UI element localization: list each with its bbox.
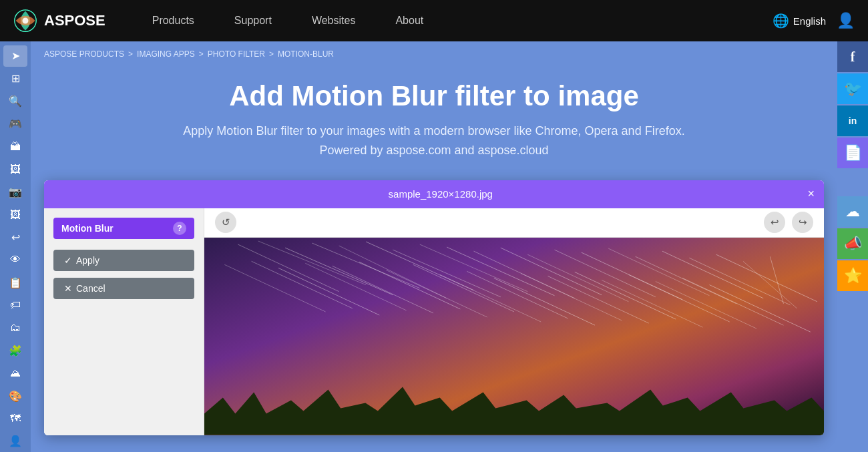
cloud-button[interactable]: ☁ bbox=[837, 196, 868, 227]
svg-line-18 bbox=[413, 264, 514, 312]
viewer-toolbar: ↺ ↩ ↪ bbox=[204, 208, 824, 238]
svg-line-33 bbox=[602, 280, 702, 327]
svg-line-36 bbox=[716, 254, 817, 302]
svg-line-3 bbox=[258, 241, 366, 285]
nav-products[interactable]: Products bbox=[132, 0, 214, 41]
apply-button[interactable]: ✓ Apply bbox=[53, 250, 194, 271]
breadcrumb-motion-blur[interactable]: MOTION-BLUR bbox=[278, 49, 334, 59]
left-sidebar: ➤ ⊞ 🔍 🎮 🏔 🖼 📷 🖼 ↩ 👁 📋 🏷 🗂 🧩 ⛰ 🎨 🗺 👤 bbox=[0, 41, 31, 452]
language-selector[interactable]: 🌐 English bbox=[773, 13, 826, 29]
hero-section: Add Motion Blur filter to image Apply Mo… bbox=[31, 67, 837, 180]
language-label: English bbox=[793, 15, 826, 27]
svg-line-39 bbox=[656, 281, 756, 328]
filter-title-bar: Motion Blur ? bbox=[53, 218, 194, 239]
logo-text: ASPOSE bbox=[44, 12, 105, 29]
app-close-button[interactable]: × bbox=[807, 187, 815, 201]
navbar-links: Products Support Websites About bbox=[132, 0, 773, 41]
sidebar-puzzle-icon[interactable]: 🧩 bbox=[3, 340, 27, 361]
cancel-label: Cancel bbox=[76, 283, 105, 294]
sidebar-frame-icon[interactable]: 🖼 bbox=[3, 204, 27, 226]
main-content: ASPOSE PRODUCTS > IMAGING APPS > PHOTO F… bbox=[31, 41, 837, 452]
right-sidebar: f 🐦 in 📄 ☁ 📣 ⭐ bbox=[837, 41, 868, 452]
refresh-button[interactable]: ↺ bbox=[215, 212, 236, 233]
sidebar-mountain-icon[interactable]: ⛰ bbox=[3, 363, 27, 384]
announce-icon: 📣 bbox=[844, 235, 862, 252]
redo-button[interactable]: ↪ bbox=[792, 212, 813, 233]
sidebar-image-icon[interactable]: 🖼 bbox=[3, 159, 27, 180]
facebook-share-button[interactable]: f bbox=[837, 41, 868, 72]
cancel-button[interactable]: ✕ Cancel bbox=[53, 278, 194, 299]
app-header: sample_1920×1280.jpg × bbox=[44, 180, 824, 208]
svg-line-4 bbox=[285, 248, 393, 295]
redo-icon: ↪ bbox=[799, 216, 807, 228]
svg-line-35 bbox=[689, 258, 790, 305]
sidebar-grid-icon[interactable]: ⊞ bbox=[3, 68, 27, 89]
breadcrumb-sep-2: > bbox=[199, 49, 204, 59]
file-share-button[interactable]: 📄 bbox=[837, 138, 868, 168]
breadcrumb-photo-filter[interactable]: PHOTO FILTER bbox=[208, 49, 265, 59]
svg-line-34 bbox=[628, 274, 729, 322]
image-viewer: ↺ ↩ ↪ bbox=[204, 208, 824, 435]
svg-line-13 bbox=[278, 268, 379, 315]
twitter-icon: 🐦 bbox=[844, 80, 862, 97]
svg-line-9 bbox=[420, 244, 527, 292]
breadcrumb-aspose-products[interactable]: ASPOSE PRODUCTS bbox=[44, 49, 124, 59]
navbar-right: 🌐 English 👤 bbox=[773, 12, 855, 29]
twitter-share-button[interactable]: 🐦 bbox=[837, 73, 868, 104]
sidebar-filter-icon[interactable]: 🎨 bbox=[3, 385, 27, 407]
apply-label: Apply bbox=[76, 255, 99, 266]
svg-line-14 bbox=[305, 263, 406, 310]
sidebar-list-icon[interactable]: 📋 bbox=[3, 272, 27, 293]
sidebar-eye-icon[interactable]: 👁 bbox=[3, 249, 27, 270]
svg-line-30 bbox=[521, 273, 622, 320]
svg-line-10 bbox=[447, 247, 554, 296]
linkedin-icon: in bbox=[849, 116, 857, 126]
apply-check-icon: ✓ bbox=[64, 255, 72, 266]
hero-subtitle-text: Apply Motion Blur filter to your images … bbox=[183, 124, 684, 138]
app-filename: sample_1920×1280.jpg bbox=[73, 188, 807, 200]
sidebar-gamepad-icon[interactable]: 🎮 bbox=[3, 114, 27, 135]
svg-line-8 bbox=[393, 250, 500, 297]
undo-button[interactable]: ↩ bbox=[764, 212, 785, 233]
svg-line-26 bbox=[662, 251, 763, 298]
svg-line-22 bbox=[555, 250, 656, 297]
nav-about[interactable]: About bbox=[375, 0, 443, 41]
breadcrumb-sep-1: > bbox=[128, 49, 133, 59]
nav-websites[interactable]: Websites bbox=[292, 0, 376, 41]
announce-button[interactable]: 📣 bbox=[837, 228, 868, 259]
svg-line-11 bbox=[224, 264, 325, 312]
breadcrumb-imaging-apps[interactable]: IMAGING APPS bbox=[137, 49, 195, 59]
sidebar-search-icon[interactable]: 🔍 bbox=[3, 91, 27, 112]
sidebar-tag-icon[interactable]: 🏷 bbox=[3, 294, 27, 316]
file-share-icon: 📄 bbox=[844, 144, 862, 162]
nav-support[interactable]: Support bbox=[214, 0, 292, 41]
cloud-icon: ☁ bbox=[845, 203, 860, 220]
cancel-x-icon: ✕ bbox=[64, 283, 72, 294]
filter-help-button[interactable]: ? bbox=[173, 222, 186, 235]
sidebar-arrow-icon[interactable]: ➤ bbox=[3, 45, 27, 67]
sidebar-undo-icon[interactable]: ↩ bbox=[3, 227, 27, 248]
undo-icon: ↩ bbox=[771, 216, 779, 228]
svg-line-21 bbox=[527, 254, 628, 302]
svg-line-40 bbox=[682, 278, 783, 325]
filter-title: Motion Blur bbox=[61, 223, 114, 234]
sidebar-person-icon[interactable]: 👤 bbox=[3, 431, 27, 452]
breadcrumb: ASPOSE PRODUCTS > IMAGING APPS > PHOTO F… bbox=[31, 41, 837, 67]
globe-icon: 🌐 bbox=[773, 13, 789, 29]
facebook-icon: f bbox=[851, 49, 855, 65]
user-icon[interactable]: 👤 bbox=[837, 12, 855, 29]
svg-point-1 bbox=[23, 18, 29, 24]
svg-line-27 bbox=[440, 274, 541, 322]
svg-line-17 bbox=[386, 270, 487, 317]
linkedin-share-button[interactable]: in bbox=[837, 105, 868, 136]
star-button[interactable]: ⭐ bbox=[837, 260, 868, 291]
sidebar-landscape-icon[interactable]: 🏔 bbox=[3, 136, 27, 158]
sidebar-gallery-icon[interactable]: 🗂 bbox=[3, 317, 27, 338]
logo[interactable]: ASPOSE bbox=[13, 9, 105, 33]
svg-line-25 bbox=[636, 256, 736, 304]
app-container: sample_1920×1280.jpg × Motion Blur ? ✓ A… bbox=[44, 180, 824, 435]
sidebar-map-icon[interactable]: 🗺 bbox=[3, 408, 27, 429]
svg-line-29 bbox=[494, 278, 595, 325]
sidebar-photo-icon[interactable]: 📷 bbox=[3, 182, 27, 203]
filter-panel: Motion Blur ? ✓ Apply ✕ Cancel bbox=[44, 208, 204, 435]
